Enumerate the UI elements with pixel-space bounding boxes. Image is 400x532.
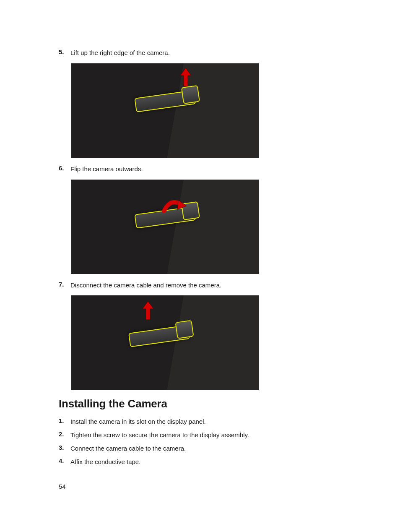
step-text: Connect the camera cable to the camera.: [70, 444, 186, 453]
step-5: 5. Lift up the right edge of the camera.: [59, 48, 341, 57]
arrow-up-icon: [143, 301, 153, 320]
step-text: Lift up the right edge of the camera.: [70, 48, 170, 57]
install-step-3: 3. Connect the camera cable to the camer…: [59, 444, 341, 453]
install-step-1: 1. Install the camera in its slot on the…: [59, 417, 341, 426]
step-text: Tighten the screw to secure the camera t…: [70, 430, 249, 440]
step-number: 7.: [59, 281, 70, 288]
step-7: 7. Disconnect the camera cable and remov…: [59, 281, 341, 290]
install-step-4: 4. Affix the conductive tape.: [59, 457, 341, 467]
step-text: Affix the conductive tape.: [70, 457, 140, 467]
section-heading: Installing the Camera: [59, 397, 341, 410]
step-6: 6. Flip the camera outwards.: [59, 164, 341, 174]
step-number: 5.: [59, 48, 70, 55]
step-number: 2.: [59, 430, 70, 438]
step-text: Disconnect the camera cable and remove t…: [70, 281, 221, 290]
step-number: 1.: [59, 417, 70, 424]
figure-step-5: [71, 63, 259, 158]
step-text: Flip the camera outwards.: [70, 164, 143, 174]
arrow-up-icon: [180, 68, 191, 86]
manual-page: 5. Lift up the right edge of the camera.…: [0, 0, 400, 532]
step-number: 6.: [59, 164, 70, 172]
figure-step-7: [71, 295, 259, 390]
install-steps: 1. Install the camera in its slot on the…: [59, 417, 341, 466]
figure-step-6: [71, 180, 259, 274]
step-number: 4.: [59, 457, 70, 464]
page-number: 54: [59, 483, 66, 490]
step-number: 3.: [59, 444, 70, 451]
install-step-2: 2. Tighten the screw to secure the camer…: [59, 430, 341, 440]
arrow-rotate-icon: [161, 198, 187, 217]
step-text: Install the camera in its slot on the di…: [70, 417, 206, 426]
